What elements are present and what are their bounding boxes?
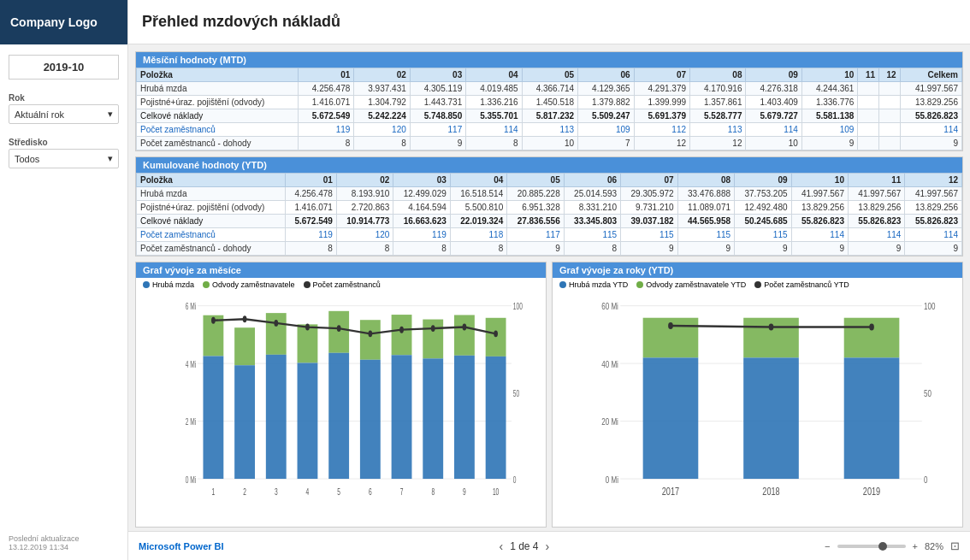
svg-text:2019: 2019 — [863, 486, 880, 498]
table-cell: 55.826.823 — [848, 215, 904, 228]
legend-item: Hrubá mzda YTD — [559, 280, 628, 289]
mtd-col-header: 12 — [879, 68, 901, 82]
powerbi-link[interactable]: Microsoft Power BI — [139, 541, 224, 551]
table-cell: 120 — [336, 228, 393, 242]
zoom-slider[interactable] — [837, 545, 906, 548]
svg-rect-14 — [234, 327, 255, 365]
svg-rect-21 — [298, 363, 318, 479]
table-cell: 37.753.205 — [735, 187, 791, 201]
table-cell: Počet zaměstnanců — [137, 123, 299, 137]
svg-text:20 Mi: 20 Mi — [601, 416, 618, 427]
table-cell: Počet zaměstnanců - dohody — [137, 137, 299, 150]
svg-text:9: 9 — [463, 486, 466, 497]
prev-page-button[interactable]: ‹ — [500, 539, 504, 553]
svg-point-41 — [211, 317, 216, 324]
ytd-col-header: 09 — [735, 174, 791, 187]
ytd-col-header: 03 — [393, 174, 450, 187]
legend-label: Odvody zaměstnavatele — [212, 280, 295, 289]
svg-rect-36 — [454, 356, 475, 479]
ytd-col-header: 01 — [285, 174, 336, 187]
monthly-chart-body: 0 Mi2 Mi4 Mi6 Mi05010012345678910 — [136, 292, 546, 527]
svg-text:60 Mi: 60 Mi — [601, 301, 618, 312]
zoom-plus-icon[interactable]: + — [913, 541, 918, 551]
ytd-col-header: 12 — [905, 174, 962, 187]
svg-rect-69 — [844, 357, 900, 479]
svg-rect-29 — [392, 315, 412, 355]
table-cell: 41.997.567 — [900, 82, 961, 96]
table-cell: 1.357.861 — [690, 96, 746, 109]
table-cell — [879, 82, 901, 96]
stredisko-dropdown[interactable]: Todos ▾ — [9, 149, 119, 168]
table-cell: 9 — [621, 242, 677, 256]
rok-value: Aktuální rok — [15, 109, 64, 120]
mtd-col-header: 06 — [578, 68, 634, 82]
svg-rect-23 — [328, 311, 349, 353]
table-cell: 9 — [735, 242, 791, 256]
svg-text:4 Mi: 4 Mi — [186, 359, 196, 369]
table-cell: 7 — [578, 137, 634, 150]
svg-rect-63 — [643, 357, 699, 479]
page-navigation: ‹ 1 de 4 › — [500, 539, 550, 553]
table-cell: 22.019.324 — [450, 215, 506, 228]
table-cell: 16.518.514 — [450, 187, 506, 201]
table-cell: 8.331.210 — [564, 201, 620, 215]
table-cell: 1.304.792 — [354, 96, 410, 109]
svg-text:7: 7 — [400, 486, 404, 497]
table-cell: 50.245.685 — [735, 215, 791, 228]
svg-rect-38 — [486, 318, 506, 357]
rok-dropdown[interactable]: Aktuální rok ▾ — [9, 104, 119, 124]
table-cell: 109 — [801, 123, 857, 137]
table-cell: 114 — [905, 228, 962, 242]
mtd-col-header: 11 — [858, 68, 879, 82]
last-update-value: 13.12.2019 11:34 — [9, 543, 119, 551]
svg-point-73 — [869, 324, 874, 331]
next-page-button[interactable]: › — [546, 539, 550, 553]
mtd-col-header: 08 — [690, 68, 746, 82]
mtd-col-header: 10 — [801, 68, 857, 82]
svg-point-43 — [274, 320, 278, 327]
charts-row: Graf vývoje za měsíce Hrubá mzdaOdvody z… — [135, 262, 963, 528]
svg-text:50: 50 — [513, 388, 519, 398]
svg-point-45 — [337, 325, 341, 332]
table-cell: 10.914.773 — [336, 215, 393, 228]
table-row: Hrubá mzda4.256.4788.193.91012.499.02916… — [137, 187, 962, 201]
table-cell: 33.345.803 — [564, 215, 620, 228]
zoom-value: 82% — [925, 541, 943, 551]
main-content: Přehled mzdových nákladů Měsíční hodnoty… — [128, 0, 970, 560]
table-cell: 6.951.328 — [507, 201, 564, 215]
svg-point-46 — [368, 330, 372, 337]
bottom-bar: Microsoft Power BI ‹ 1 de 4 › − + 82% ⊡ — [128, 531, 970, 560]
svg-rect-66 — [743, 357, 799, 479]
rok-label: Rok — [9, 93, 119, 103]
ytd-col-header: 06 — [564, 174, 620, 187]
svg-text:6: 6 — [369, 486, 372, 497]
table-cell: 109 — [578, 123, 634, 137]
mtd-col-header: 02 — [354, 68, 410, 82]
table-cell: 113 — [690, 123, 746, 137]
legend-label: Počet zaměstnanců — [313, 280, 381, 289]
table-cell: 8 — [466, 137, 522, 150]
table-cell: 115 — [564, 228, 620, 242]
table-cell: Pojistné+úraz. pojištění (odvody) — [137, 201, 286, 215]
ytd-col-header: 04 — [450, 174, 506, 187]
table-cell: 9 — [848, 242, 904, 256]
table-cell: 3.937.431 — [354, 82, 410, 96]
table-cell: 13.829.256 — [905, 201, 962, 215]
table-cell: 13.829.256 — [791, 201, 848, 215]
table-cell: 1.403.409 — [746, 96, 801, 109]
table-cell: 9 — [900, 137, 961, 150]
legend-label: Počet zaměstnanců YTD — [764, 280, 849, 289]
table-cell: 115 — [621, 228, 677, 242]
table-cell: 41.997.567 — [791, 187, 848, 201]
zoom-controls: − + 82% ⊡ — [825, 539, 960, 552]
zoom-thumb — [878, 542, 887, 551]
rok-chevron-icon: ▾ — [108, 109, 113, 120]
table-cell: 1.416.071 — [298, 96, 353, 109]
ytd-section: Kumulované hodnoty (YTD) Položka01020304… — [135, 156, 963, 256]
expand-icon[interactable]: ⊡ — [950, 539, 960, 552]
table-cell: 4.256.478 — [298, 82, 353, 96]
zoom-minus-icon[interactable]: − — [825, 541, 830, 551]
monthly-chart-legend: Hrubá mzdaOdvody zaměstnavatelePočet zam… — [136, 278, 546, 292]
table-cell: 4.366.714 — [522, 82, 577, 96]
table-cell: 1.450.518 — [522, 96, 577, 109]
